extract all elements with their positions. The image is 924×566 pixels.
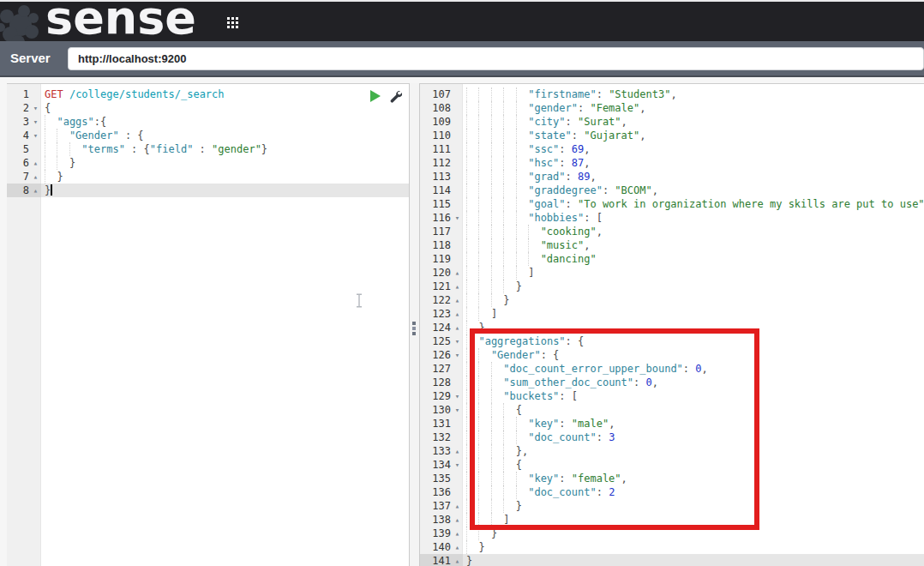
indent-guide [516, 156, 528, 170]
line-number: 139 [432, 527, 452, 540]
code-text: "cooking", [463, 225, 924, 238]
fold-open-icon[interactable]: ▾ [30, 101, 41, 115]
line-number: 129 [432, 389, 452, 403]
line-number: 136 [432, 485, 452, 499]
indent-guide [491, 280, 503, 293]
indent-guide [478, 129, 490, 142]
server-url-input[interactable] [68, 47, 924, 70]
fold-close-icon[interactable]: ▴ [30, 156, 41, 170]
code-line-137: 137▴} [420, 499, 924, 513]
indent-guide [491, 197, 503, 211]
fold-close-icon[interactable]: ▴ [452, 444, 463, 458]
fold-close-icon[interactable]: ▴ [452, 266, 463, 280]
request-editor[interactable]: 1GET /college/students/_search2▾{3▾"aggs… [7, 83, 409, 566]
fold-close-icon[interactable]: ▴ [30, 184, 41, 197]
code-line-115: 115"goal": "To work in organization wher… [420, 197, 924, 211]
fold-close-icon[interactable]: ▴ [452, 280, 463, 293]
gutter-cell: 3▾ [7, 115, 41, 129]
gutter-cell: 8▴ [7, 184, 41, 197]
fold-close-icon[interactable]: ▴ [452, 321, 463, 334]
panel-resize-divider[interactable] [409, 83, 420, 566]
fold-open-icon[interactable]: ▾ [452, 211, 463, 225]
fold-close-icon[interactable]: ▴ [452, 499, 463, 513]
fold-open-icon[interactable]: ▾ [452, 458, 463, 472]
fold-open-icon[interactable]: ▾ [452, 334, 463, 348]
gutter-cell: 5 [7, 142, 41, 156]
indent-guide [516, 211, 528, 225]
gutter-cell: 119 [420, 252, 463, 266]
fold-close-icon[interactable]: ▴ [452, 307, 463, 321]
fold-close-icon[interactable]: ▴ [452, 540, 463, 554]
fold-close-icon[interactable]: ▴ [30, 170, 41, 184]
gutter-cell: 2▾ [7, 101, 41, 115]
line-number: 107 [432, 87, 452, 101]
code-line-111: 111"ssc": 69, [420, 142, 924, 156]
code-text: "gender": "Female", [463, 101, 924, 115]
fold-open-icon[interactable]: ▾ [30, 129, 41, 142]
gutter-cell: 120▴ [420, 266, 463, 280]
indent-guide [57, 156, 69, 170]
indent-guide [478, 527, 490, 540]
gutter-cell: 141▴ [420, 554, 463, 566]
fold-open-icon[interactable]: ▾ [452, 348, 463, 362]
code-line-3: 3▾"aggs":{ [7, 115, 409, 129]
fold-spacer [452, 417, 463, 431]
indent-guide [491, 170, 503, 184]
fold-close-icon[interactable]: ▴ [452, 293, 463, 307]
indent-guide [491, 472, 503, 485]
gutter-cell: 136 [420, 485, 463, 499]
fold-close-icon[interactable]: ▴ [452, 527, 463, 540]
indent-guide [466, 211, 478, 225]
code-text: } [463, 293, 924, 307]
fold-spacer [452, 362, 463, 376]
fold-close-icon[interactable]: ▴ [452, 554, 463, 566]
fold-close-icon[interactable]: ▴ [452, 513, 463, 527]
fold-open-icon[interactable]: ▾ [452, 403, 463, 417]
fold-spacer [452, 101, 463, 115]
indent-guide [503, 101, 515, 115]
line-number: 6 [23, 156, 30, 170]
request-code-area[interactable]: 1GET /college/students/_search2▾{3▾"aggs… [7, 84, 409, 566]
indent-guide [491, 417, 503, 431]
gutter-cell: 125▾ [420, 334, 463, 348]
code-text: }, [463, 444, 924, 458]
indent-guide [478, 101, 490, 115]
indent-guide [491, 115, 503, 129]
response-editor[interactable]: 107"firstname": "Student3",108"gender": … [420, 83, 924, 566]
send-request-button play-icon[interactable] [370, 90, 381, 102]
indent-guide [478, 403, 490, 417]
indent-guide [478, 348, 490, 362]
gutter-cell: 7▴ [7, 170, 41, 184]
fold-open-icon[interactable]: ▾ [30, 115, 41, 129]
indent-guide [466, 540, 478, 554]
line-number: 113 [432, 170, 452, 184]
code-line-6: 6▴} [7, 156, 409, 170]
indent-guide [491, 184, 503, 197]
line-number: 1 [23, 87, 30, 101]
gutter-cell: 131 [420, 417, 463, 431]
code-text: ] [463, 307, 924, 321]
indent-guide [478, 444, 490, 458]
settings-wrench-button wrench-icon[interactable] [388, 89, 402, 103]
code-text: { [463, 403, 924, 417]
line-number: 140 [432, 540, 452, 554]
apps-grid-icon[interactable] [227, 17, 230, 20]
indent-guide [516, 129, 528, 142]
code-text: "Gender": { [463, 348, 924, 362]
line-number: 135 [432, 472, 452, 485]
gutter-cell: 138▴ [420, 513, 463, 527]
indent-guide [478, 184, 490, 197]
indent-guide [503, 458, 515, 472]
line-number: 111 [432, 142, 452, 156]
indent-guide [478, 115, 490, 129]
line-number: 137 [432, 499, 452, 513]
indent-guide [478, 417, 490, 431]
indent-guide [491, 376, 503, 389]
server-bar: Server [0, 41, 924, 77]
response-code-area[interactable]: 107"firstname": "Student3",108"gender": … [420, 84, 924, 566]
indent-guide [516, 142, 528, 156]
indent-guide [478, 485, 490, 499]
indent-guide [491, 211, 503, 225]
code-line-2: 2▾{ [7, 101, 409, 115]
fold-open-icon[interactable]: ▾ [452, 389, 463, 403]
